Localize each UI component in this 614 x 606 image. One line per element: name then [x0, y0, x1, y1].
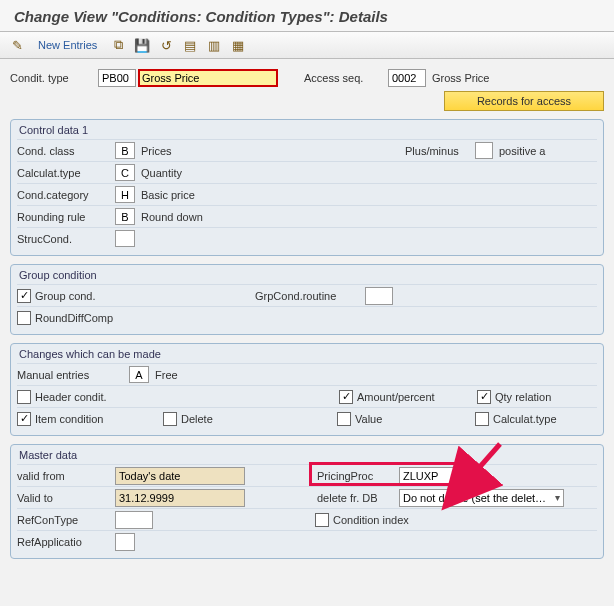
group-condition-title: Group condition	[17, 268, 597, 284]
changes-title: Changes which can be made	[17, 347, 597, 363]
changes-group: Changes which can be made Manual entries…	[10, 343, 604, 436]
cond-index-checkbox[interactable]	[315, 513, 329, 527]
save-icon[interactable]: 💾	[133, 36, 151, 54]
cond-cat-text: Basic price	[141, 189, 239, 201]
manual-entries-text: Free	[155, 369, 253, 381]
delete-label: Delete	[181, 413, 299, 425]
refcontype-input[interactable]	[115, 511, 153, 529]
page-title: Change View "Conditions: Condition Types…	[0, 0, 614, 32]
group-condition-group: Group condition Group cond. GrpCond.rout…	[10, 264, 604, 335]
delete-db-dropdown[interactable]: Do not delete (set the delet…	[399, 489, 564, 507]
manual-entries-code[interactable]: A	[129, 366, 149, 383]
prev-icon[interactable]: ▤	[181, 36, 199, 54]
calc-type-text: Quantity	[141, 167, 239, 179]
round-diff-checkbox[interactable]	[17, 311, 31, 325]
cond-class-text: Prices	[141, 145, 239, 157]
refcontype-label: RefConType	[17, 514, 115, 526]
toolbar: ✎ New Entries ⧉ 💾 ↺ ▤ ▥ ▦	[0, 32, 614, 59]
condit-type-text[interactable]: Gross Price	[138, 69, 278, 87]
copy-icon[interactable]: ⧉	[109, 36, 127, 54]
cond-index-label: Condition index	[333, 514, 431, 526]
cond-class-code[interactable]: B	[115, 142, 135, 159]
manual-entries-label: Manual entries	[17, 369, 129, 381]
header-cond-checkbox[interactable]	[17, 390, 31, 404]
control-data-group: Control data 1 Cond. class B Prices Plus…	[10, 119, 604, 256]
pricing-proc-label: PricingProc	[317, 470, 399, 482]
next-icon[interactable]: ▥	[205, 36, 223, 54]
header-cond-label: Header condit.	[35, 391, 199, 403]
cond-cat-label: Cond.category	[17, 189, 115, 201]
new-entries-button[interactable]: New Entries	[38, 39, 97, 51]
cond-cat-code[interactable]: H	[115, 186, 135, 203]
control-data-title: Control data 1	[17, 123, 597, 139]
condit-type-code[interactable]: PB00	[98, 69, 136, 87]
plusminus-code[interactable]	[475, 142, 493, 159]
toggle-icon[interactable]: ✎	[8, 36, 26, 54]
round-code[interactable]: B	[115, 208, 135, 225]
master-data-group: Master data valid from Today's date Pric…	[10, 444, 604, 559]
grp-routine-input[interactable]	[365, 287, 393, 305]
qty-checkbox[interactable]	[477, 390, 491, 404]
amount-checkbox[interactable]	[339, 390, 353, 404]
value-label: Value	[355, 413, 475, 425]
round-text: Round down	[141, 211, 239, 223]
pricing-proc-value[interactable]: ZLUXP	[399, 467, 457, 485]
plusminus-text: positive a	[499, 145, 597, 157]
round-label: Rounding rule	[17, 211, 115, 223]
calc-type-label: Calculat.type	[17, 167, 115, 179]
amount-label: Amount/percent	[357, 391, 477, 403]
round-diff-label: RoundDiffComp	[35, 312, 133, 324]
cond-class-label: Cond. class	[17, 145, 115, 157]
valid-from-value: Today's date	[115, 467, 245, 485]
master-data-title: Master data	[17, 448, 597, 464]
valid-to-value: 31.12.9999	[115, 489, 245, 507]
undo-icon[interactable]: ↺	[157, 36, 175, 54]
struc-code[interactable]	[115, 230, 135, 247]
condit-type-label: Condit. type	[10, 72, 98, 84]
calc-label: Calculat.type	[493, 413, 591, 425]
item-cond-checkbox[interactable]	[17, 412, 31, 426]
refapp-input[interactable]	[115, 533, 135, 551]
plusminus-label: Plus/minus	[405, 145, 475, 157]
header-row: Condit. type PB00 Gross Price Access seq…	[10, 69, 604, 87]
value-checkbox[interactable]	[337, 412, 351, 426]
delete-checkbox[interactable]	[163, 412, 177, 426]
access-seq-label: Access seq.	[304, 72, 388, 84]
grp-routine-label: GrpCond.routine	[255, 290, 365, 302]
valid-from-label: valid from	[17, 470, 115, 482]
qty-label: Qty relation	[495, 391, 593, 403]
struc-label: StrucCond.	[17, 233, 115, 245]
calc-checkbox[interactable]	[475, 412, 489, 426]
calc-type-code[interactable]: C	[115, 164, 135, 181]
access-seq-text: Gross Price	[432, 72, 489, 84]
config-icon[interactable]: ▦	[229, 36, 247, 54]
delete-db-label: delete fr. DB	[317, 492, 399, 504]
refapp-label: RefApplicatio	[17, 536, 115, 548]
group-cond-checkbox[interactable]	[17, 289, 31, 303]
access-seq-code[interactable]: 0002	[388, 69, 426, 87]
records-access-button[interactable]: Records for access	[444, 91, 604, 111]
group-cond-label: Group cond.	[35, 290, 215, 302]
valid-to-label: Valid to	[17, 492, 115, 504]
item-cond-label: Item condition	[35, 413, 163, 425]
